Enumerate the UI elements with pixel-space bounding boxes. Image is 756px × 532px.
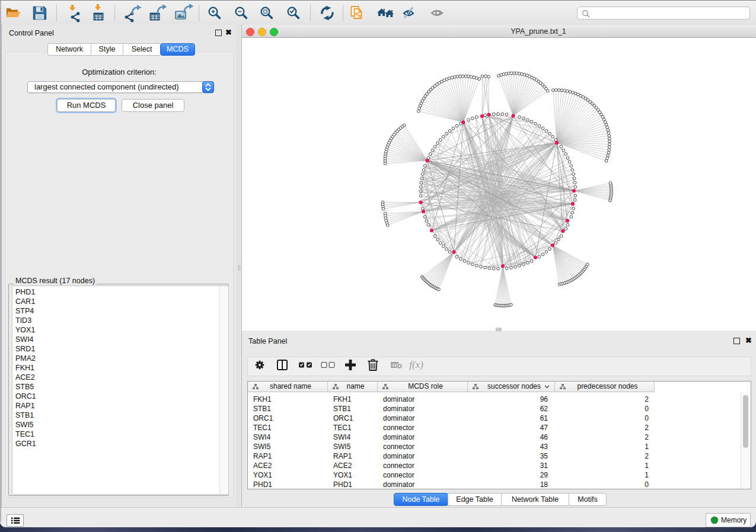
svg-text:f(x): f(x) <box>409 359 423 370</box>
